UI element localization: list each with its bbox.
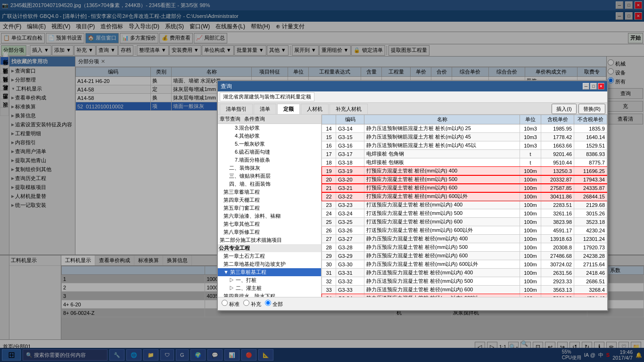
province-label: 湖北省房屋建筑与装饰工程消耗量定额 (220, 92, 314, 101)
tree-lime-mortar[interactable]: 5.一般灰砂浆 (218, 140, 321, 148)
result-row[interactable]: 24 G3-24 打送预应力混凝土管桩 桩径(mm以内) 500 100m 32… (322, 209, 607, 218)
dialog-title-text: 查询 (221, 82, 232, 90)
btn-replace-quota[interactable]: 替换(R) (578, 104, 605, 114)
tree-mixed-mortar[interactable]: 3.混合砂浆 (218, 124, 321, 132)
dialog-menu-row: 湖北省房屋建筑与装饰工程消耗量定额 (218, 91, 607, 103)
dialog-title-buttons[interactable]: ─ □ ✕ (583, 83, 604, 90)
dtab-materials[interactable]: 人材机 (301, 104, 329, 114)
tree-ch6-paint[interactable]: 第六章油漆、涂料、裱糊 (218, 212, 321, 220)
dtab-supplement-mat[interactable]: 补充人材机 (330, 104, 368, 114)
result-row[interactable]: 19 G3-19 打预应力混凝土管桩 桩径(mm以内) 400 100m 132… (322, 167, 607, 175)
tree-header: 章节查询 条件查询 (218, 115, 321, 124)
dialog-title-bar: 查询 ─ □ ✕ (218, 81, 607, 91)
rcol-unit: 单位 (520, 115, 541, 124)
result-row[interactable]: 21 G3-21 打预应力混凝土管桩 桩径(mm以内) 600 100m 275… (322, 184, 607, 192)
result-row[interactable]: 23 G3-23 打送预应力混凝土管桩 桩径(mm以内) 400 100m 22… (322, 201, 607, 209)
result-row[interactable]: 32 G3-32 静力压送预应力混凝土管桩 桩径(mm以内) 500 100m … (322, 277, 607, 286)
radio-standard-group: 标准 补充 全部 (222, 300, 283, 308)
radio-standard[interactable]: 标准 (222, 300, 239, 308)
dialog-body: 章节查询 条件查询 3.混合砂浆 4.其他砂浆 5.一般灰砂浆 6.硫石墙面勾缝… (218, 115, 607, 297)
tree-ch4-drainage[interactable]: 第四章排水、除水下程 (218, 292, 321, 297)
rcol-name: 名称 (364, 115, 520, 124)
btn-insert-quota[interactable]: 插入(I) (552, 104, 576, 114)
result-row[interactable]: 20 G3-20 打预应力混凝土管桩 桩径(mm以内) 500 100m 203… (322, 175, 607, 184)
result-row[interactable]: 26 G3-26 打送预应力混凝土管桩 桩径(mm以内) 600以外 100m … (322, 226, 607, 235)
result-row[interactable]: 29 G3-29 静力压预应力混凝土管桩 桩径(mm以内) 600 100m 2… (322, 252, 607, 260)
result-row[interactable]: 33 G3-33 静力压送预应力混凝土管桩 桩径(mm以内) 600 100m … (322, 286, 607, 294)
tree-ch1-earthwork[interactable]: 第一章土石方工程 (218, 252, 321, 260)
tree-public-specialty[interactable]: 公共专业工程 (218, 244, 321, 252)
dtab-list[interactable]: 清单 (254, 104, 276, 114)
tree-ch7-other[interactable]: 第七章其他工程 (218, 220, 321, 228)
tree-tile-layer[interactable]: 三、镶贴块料面层 (218, 172, 321, 180)
rcol-notax-price: 不含税单价 (574, 115, 607, 124)
tree-container[interactable]: 3.混合砂浆 4.其他砂浆 5.一般灰砂浆 6.硫石墙面勾缝 7.墙面分格嵌条 … (218, 124, 321, 297)
dialog-tabs-row: 清单指引 清单 定额 人材机 补充人材机 插入(I) 替换(R) (218, 103, 607, 115)
tree-ch2-foundation[interactable]: 第二章地基处理与边坡支护 (218, 260, 321, 268)
tree-ch5-doors[interactable]: 第五章门窗工程 (218, 204, 321, 212)
dialog-max-btn[interactable]: □ (590, 83, 597, 90)
dtab-quota[interactable]: 定额 (277, 104, 300, 114)
section-query-label: 章节查询 (220, 115, 240, 123)
rcol-tax-price: 含税单价 (541, 115, 574, 124)
tree-ch4-ceiling[interactable]: 第四章天棚工程 (218, 196, 321, 204)
result-row[interactable]: 28 G3-28 静力压预应力混凝土管桩 桩径(mm以内) 500 100m 2… (322, 243, 607, 252)
dialog-tree-panel: 章节查询 条件查询 3.混合砂浆 4.其他砂浆 5.一般灰砂浆 6.硫石墙面勾缝… (218, 115, 322, 297)
result-row[interactable]: 16 G3-16 静力压送预制钢筋混凝土方桩 桩长(m以内) 45以 10m3 … (322, 141, 607, 150)
dtab-list-guide[interactable]: 清单指引 (220, 104, 253, 114)
result-row[interactable]: 25 G3-25 打送预应力混凝土管桩 桩径(mm以内) 600 100m 38… (322, 218, 607, 226)
dialog-result-panel: 编码 名称 单位 含税单价 不含税单价 14 G3-14 静力压送预制钢筋混凝土… (322, 115, 607, 297)
condition-query-label: 条件查询 (244, 115, 265, 123)
result-row[interactable]: 18 G3-18 电焊接桩 包钢板 t 9510.44 8775.7 (322, 158, 607, 167)
tree-decorative-plaster[interactable]: 二、装饰抹灰 (218, 164, 321, 172)
result-row[interactable]: 15 G3-15 静力压送预制钢筋混凝土方桩 桩长(m以内) 45 10m3 1… (322, 133, 607, 141)
rcol-no (322, 115, 336, 124)
result-table: 编码 名称 单位 含税单价 不含税单价 14 G3-14 静力压送预制钢筋混凝土… (322, 115, 607, 297)
tree-bored-pile[interactable]: ▷ 二、灌主桩 (218, 284, 321, 292)
result-row[interactable]: 17 G3-17 电焊接桩 包角钢 t 9201.46 8386.93 (322, 150, 607, 158)
result-row[interactable]: 27 G3-27 静力压预应力混凝土管桩 桩径(mm以内) 400 100m 1… (322, 235, 607, 243)
tree-ch8-demolish[interactable]: 第八章拆修工程 (218, 228, 321, 236)
tree-wall-col-decor[interactable]: 四、墙、柱面装饰 (218, 180, 321, 188)
dialog-close-btn[interactable]: ✕ (598, 83, 604, 90)
tree-part2[interactable]: 第二部分施工技术描施项目 (218, 236, 321, 244)
dialog-overlay[interactable]: 查询 ─ □ ✕ 湖北省房屋建筑与装饰工程消耗量定额 清单指引 清单 定额 人材… (0, 0, 644, 362)
tree-pile-driving[interactable]: ▷ 一、打桩 (218, 276, 321, 284)
result-row[interactable]: 30 G3-30 静力压预应力混凝土管桩 桩径(mm以内) 600以外 100m… (322, 260, 607, 269)
dialog-footer: 标准 补充 全部 (218, 297, 607, 310)
dialog-min-btn[interactable]: ─ (583, 83, 589, 90)
tree-grout-wall[interactable]: 6.硫石墙面勾缝 (218, 148, 321, 156)
result-row[interactable]: 31 G3-31 静力压送预应力混凝土管桩 桩径(mm以内) 400 100m … (322, 269, 607, 277)
radio-supplement[interactable]: 补充 (243, 300, 261, 308)
tree-ch3-piles[interactable]: ▼ 第三章桩基工程 (218, 268, 321, 276)
radio-all[interactable]: 全部 (265, 300, 283, 308)
tree-grid-plaster[interactable]: 7.墙面分格嵌条 (218, 156, 321, 164)
result-row[interactable]: 14 G3-14 静力压送预制钢筋混凝土方桩 桩长(m以内) 25 10m3 1… (322, 124, 607, 133)
result-row[interactable]: 22 G3-22 打预应力混凝土管桩 桩径(mm以内) 600以外 100m 3… (322, 192, 607, 201)
query-dialog: 查询 ─ □ ✕ 湖北省房屋建筑与装饰工程消耗量定额 清单指引 清单 定额 人材… (217, 80, 608, 311)
tree-ch3-partition[interactable]: 第三章蓄墙工程 (218, 188, 321, 196)
rcol-code: 编码 (336, 115, 364, 124)
tree-other-mortar[interactable]: 4.其他砂浆 (218, 132, 321, 140)
